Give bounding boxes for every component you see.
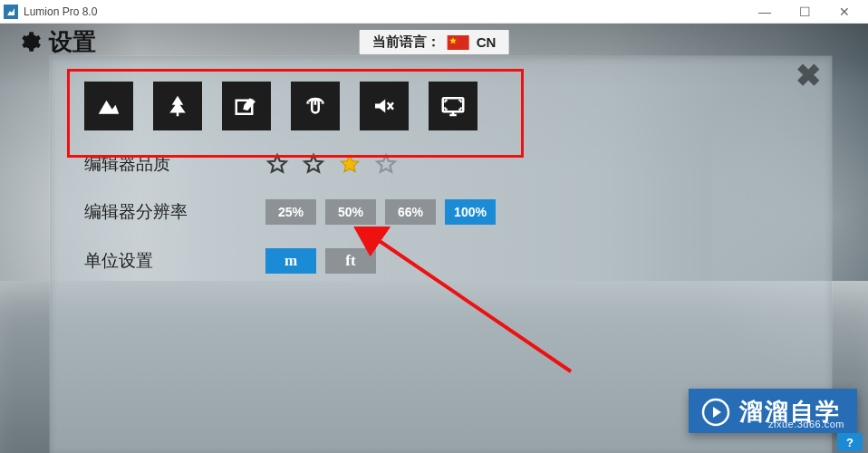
unit-label: 单位设置 xyxy=(84,249,265,273)
mouse-rotate-icon[interactable] xyxy=(291,82,340,130)
quality-stars xyxy=(265,152,398,176)
editor-resolution-label: 编辑器分辨率 xyxy=(84,200,265,224)
window-minimize-button[interactable]: — xyxy=(745,1,785,23)
star-2[interactable] xyxy=(302,152,325,176)
watermark-subtext: zixue.3d66.com xyxy=(768,419,844,429)
settings-heading-text: 设置 xyxy=(49,26,96,58)
gear-icon xyxy=(18,30,42,53)
app-icon xyxy=(4,5,18,19)
window-maximize-button[interactable]: ☐ xyxy=(785,1,825,23)
star-1[interactable] xyxy=(265,152,289,176)
play-circle-icon xyxy=(701,398,730,427)
language-indicator[interactable]: 当前语言： CN xyxy=(360,30,509,54)
unit-m[interactable]: m xyxy=(265,248,316,274)
flag-cn-icon xyxy=(448,35,469,50)
star-3[interactable] xyxy=(338,152,362,176)
panel-close-button[interactable]: ✖ xyxy=(796,60,821,91)
resolution-25[interactable]: 25% xyxy=(265,199,316,225)
resolution-50[interactable]: 50% xyxy=(325,199,376,225)
monitor-icon[interactable] xyxy=(429,82,477,130)
tablet-edit-icon[interactable] xyxy=(222,82,271,130)
unit-ft[interactable]: ft xyxy=(325,248,376,274)
star-4[interactable] xyxy=(374,152,398,176)
window-close-button[interactable]: ✕ xyxy=(825,1,864,23)
resolution-options: 25% 50% 66% 100% xyxy=(265,199,496,225)
unit-options: m ft xyxy=(265,248,376,274)
help-button[interactable]: ? xyxy=(837,433,863,451)
resolution-66[interactable]: 66% xyxy=(385,199,436,225)
mute-icon[interactable] xyxy=(360,82,409,130)
settings-heading: 设置 xyxy=(18,26,96,58)
watermark-badge: 溜溜自学 zixue.3d66.com xyxy=(689,389,857,433)
window-controls: — ☐ ✕ xyxy=(745,1,864,23)
tree-icon[interactable] xyxy=(153,82,202,130)
language-code: CN xyxy=(477,34,497,50)
terrain-icon[interactable] xyxy=(84,82,133,130)
editor-quality-row: 编辑器品质 xyxy=(84,152,806,176)
editor-quality-label: 编辑器品质 xyxy=(84,152,265,176)
window-title: Lumion Pro 8.0 xyxy=(24,5,97,18)
editor-resolution-row: 编辑器分辨率 25% 50% 66% 100% xyxy=(84,199,806,225)
category-icon-row xyxy=(84,82,806,130)
window-titlebar: Lumion Pro 8.0 — ☐ ✕ xyxy=(0,0,868,24)
language-label: 当前语言： xyxy=(372,34,440,51)
unit-row: 单位设置 m ft xyxy=(84,248,806,274)
resolution-100[interactable]: 100% xyxy=(445,199,496,225)
header-strip: 设置 当前语言： CN xyxy=(0,24,868,60)
